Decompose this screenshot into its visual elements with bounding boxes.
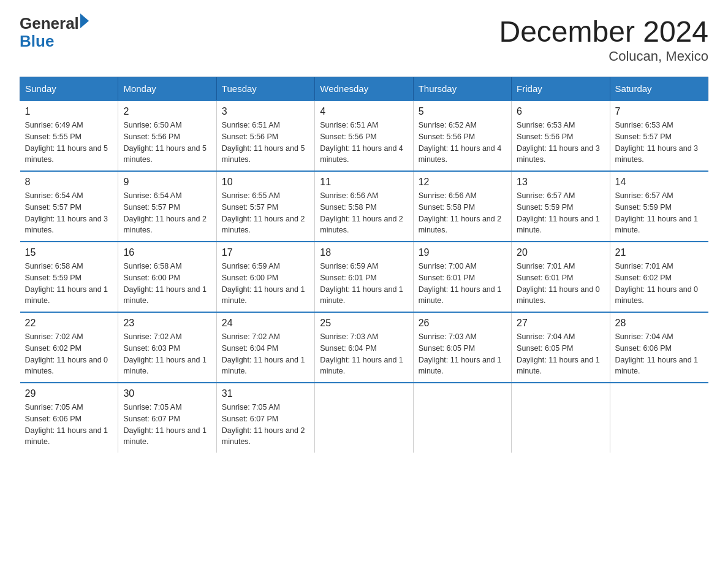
logo-blue-text: Blue (20, 33, 89, 50)
table-row: 25 Sunrise: 7:03 AMSunset: 6:04 PMDaylig… (315, 312, 413, 383)
table-row: 3 Sunrise: 6:51 AMSunset: 5:56 PMDayligh… (216, 101, 314, 171)
table-row: 21 Sunrise: 7:01 AMSunset: 6:02 PMDaylig… (610, 242, 708, 312)
day-info: Sunrise: 6:55 AMSunset: 5:57 PMDaylight:… (222, 191, 305, 234)
day-info: Sunrise: 6:54 AMSunset: 5:57 PMDaylight:… (25, 191, 108, 234)
table-row: 6 Sunrise: 6:53 AMSunset: 5:56 PMDayligh… (512, 101, 610, 171)
table-row: 23 Sunrise: 7:02 AMSunset: 6:03 PMDaylig… (118, 312, 216, 383)
table-row (512, 383, 610, 453)
table-row: 27 Sunrise: 7:04 AMSunset: 6:05 PMDaylig… (512, 312, 610, 383)
calendar-header-row: Sunday Monday Tuesday Wednesday Thursday… (20, 77, 708, 101)
day-info: Sunrise: 6:53 AMSunset: 5:57 PMDaylight:… (615, 121, 699, 164)
table-row: 11 Sunrise: 6:56 AMSunset: 5:58 PMDaylig… (315, 171, 413, 242)
table-row: 19 Sunrise: 7:00 AMSunset: 6:01 PMDaylig… (413, 242, 511, 312)
table-row: 2 Sunrise: 6:50 AMSunset: 5:56 PMDayligh… (118, 101, 216, 171)
day-number: 31 (222, 388, 309, 399)
day-number: 12 (419, 177, 506, 188)
day-number: 23 (123, 318, 211, 329)
calendar-week-row: 15 Sunrise: 6:58 AMSunset: 5:59 PMDaylig… (20, 242, 708, 312)
day-info: Sunrise: 7:02 AMSunset: 6:04 PMDaylight:… (222, 332, 305, 375)
day-number: 27 (517, 318, 604, 329)
table-row: 20 Sunrise: 7:01 AMSunset: 6:01 PMDaylig… (512, 242, 610, 312)
table-row: 13 Sunrise: 6:57 AMSunset: 5:59 PMDaylig… (512, 171, 610, 242)
day-number: 15 (25, 247, 113, 258)
day-number: 29 (25, 388, 113, 399)
day-info: Sunrise: 6:59 AMSunset: 6:00 PMDaylight:… (222, 262, 305, 305)
day-number: 17 (222, 247, 309, 258)
day-number: 24 (222, 318, 309, 329)
day-info: Sunrise: 6:57 AMSunset: 5:59 PMDaylight:… (517, 191, 600, 234)
day-info: Sunrise: 7:05 AMSunset: 6:07 PMDaylight:… (123, 403, 207, 446)
day-info: Sunrise: 6:59 AMSunset: 6:01 PMDaylight:… (320, 262, 403, 305)
day-info: Sunrise: 7:03 AMSunset: 6:05 PMDaylight:… (419, 332, 502, 375)
calendar-week-row: 29 Sunrise: 7:05 AMSunset: 6:06 PMDaylig… (20, 383, 708, 453)
col-sunday: Sunday (20, 77, 118, 101)
day-info: Sunrise: 7:00 AMSunset: 6:01 PMDaylight:… (419, 262, 502, 305)
day-info: Sunrise: 7:05 AMSunset: 6:06 PMDaylight:… (25, 403, 108, 446)
table-row: 4 Sunrise: 6:51 AMSunset: 5:56 PMDayligh… (315, 101, 413, 171)
table-row: 9 Sunrise: 6:54 AMSunset: 5:57 PMDayligh… (118, 171, 216, 242)
day-number: 3 (222, 106, 309, 117)
col-wednesday: Wednesday (315, 77, 413, 101)
col-tuesday: Tuesday (216, 77, 314, 101)
day-number: 4 (320, 106, 408, 117)
table-row: 14 Sunrise: 6:57 AMSunset: 5:59 PMDaylig… (610, 171, 708, 242)
day-number: 10 (222, 177, 309, 188)
day-number: 19 (419, 247, 506, 258)
calendar-week-row: 1 Sunrise: 6:49 AMSunset: 5:55 PMDayligh… (20, 101, 708, 171)
logo-arrow-icon (80, 13, 89, 28)
table-row: 26 Sunrise: 7:03 AMSunset: 6:05 PMDaylig… (413, 312, 511, 383)
table-row: 7 Sunrise: 6:53 AMSunset: 5:57 PMDayligh… (610, 101, 708, 171)
day-number: 6 (517, 106, 604, 117)
day-number: 25 (320, 318, 408, 329)
calendar-title: December 2024 (499, 15, 708, 48)
table-row: 15 Sunrise: 6:58 AMSunset: 5:59 PMDaylig… (20, 242, 118, 312)
page-header: General Blue December 2024 Colucan, Mexi… (20, 15, 708, 64)
day-info: Sunrise: 6:51 AMSunset: 5:56 PMDaylight:… (222, 121, 305, 164)
day-number: 2 (123, 106, 211, 117)
day-info: Sunrise: 7:05 AMSunset: 6:07 PMDaylight:… (222, 403, 305, 446)
table-row: 5 Sunrise: 6:52 AMSunset: 5:56 PMDayligh… (413, 101, 511, 171)
calendar-week-row: 22 Sunrise: 7:02 AMSunset: 6:02 PMDaylig… (20, 312, 708, 383)
table-row: 18 Sunrise: 6:59 AMSunset: 6:01 PMDaylig… (315, 242, 413, 312)
table-row: 28 Sunrise: 7:04 AMSunset: 6:06 PMDaylig… (610, 312, 708, 383)
table-row: 16 Sunrise: 6:58 AMSunset: 6:00 PMDaylig… (118, 242, 216, 312)
day-number: 1 (25, 106, 113, 117)
day-number: 9 (123, 177, 211, 188)
day-info: Sunrise: 6:56 AMSunset: 5:58 PMDaylight:… (320, 191, 403, 234)
table-row: 24 Sunrise: 7:02 AMSunset: 6:04 PMDaylig… (216, 312, 314, 383)
table-row: 10 Sunrise: 6:55 AMSunset: 5:57 PMDaylig… (216, 171, 314, 242)
table-row: 17 Sunrise: 6:59 AMSunset: 6:00 PMDaylig… (216, 242, 314, 312)
table-row: 31 Sunrise: 7:05 AMSunset: 6:07 PMDaylig… (216, 383, 314, 453)
day-number: 14 (615, 177, 703, 188)
day-info: Sunrise: 7:04 AMSunset: 6:06 PMDaylight:… (615, 332, 699, 375)
day-info: Sunrise: 7:01 AMSunset: 6:01 PMDaylight:… (517, 262, 600, 305)
day-info: Sunrise: 6:52 AMSunset: 5:56 PMDaylight:… (419, 121, 502, 164)
table-row (610, 383, 708, 453)
table-row: 1 Sunrise: 6:49 AMSunset: 5:55 PMDayligh… (20, 101, 118, 171)
col-monday: Monday (118, 77, 216, 101)
day-info: Sunrise: 7:02 AMSunset: 6:02 PMDaylight:… (25, 332, 108, 375)
col-thursday: Thursday (413, 77, 511, 101)
day-info: Sunrise: 6:49 AMSunset: 5:55 PMDaylight:… (25, 121, 108, 164)
day-info: Sunrise: 6:51 AMSunset: 5:56 PMDaylight:… (320, 121, 403, 164)
day-info: Sunrise: 6:50 AMSunset: 5:56 PMDaylight:… (123, 121, 207, 164)
calendar-week-row: 8 Sunrise: 6:54 AMSunset: 5:57 PMDayligh… (20, 171, 708, 242)
day-info: Sunrise: 6:53 AMSunset: 5:56 PMDaylight:… (517, 121, 600, 164)
day-info: Sunrise: 6:56 AMSunset: 5:58 PMDaylight:… (419, 191, 502, 234)
table-row: 22 Sunrise: 7:02 AMSunset: 6:02 PMDaylig… (20, 312, 118, 383)
calendar-subtitle: Colucan, Mexico (499, 48, 708, 64)
day-number: 16 (123, 247, 211, 258)
table-row (315, 383, 413, 453)
day-info: Sunrise: 6:57 AMSunset: 5:59 PMDaylight:… (615, 191, 699, 234)
title-block: December 2024 Colucan, Mexico (499, 15, 708, 64)
logo: General Blue (20, 15, 89, 50)
day-number: 21 (615, 247, 703, 258)
day-number: 28 (615, 318, 703, 329)
day-number: 18 (320, 247, 408, 258)
day-number: 7 (615, 106, 703, 117)
day-info: Sunrise: 7:03 AMSunset: 6:04 PMDaylight:… (320, 332, 403, 375)
col-saturday: Saturday (610, 77, 708, 101)
day-info: Sunrise: 7:04 AMSunset: 6:05 PMDaylight:… (517, 332, 600, 375)
day-info: Sunrise: 7:02 AMSunset: 6:03 PMDaylight:… (123, 332, 207, 375)
day-number: 13 (517, 177, 604, 188)
